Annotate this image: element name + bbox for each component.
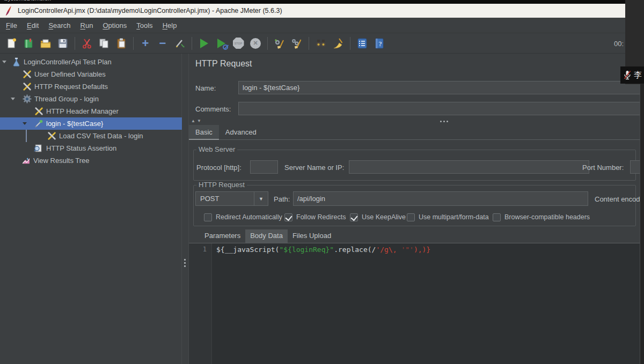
close-tab-icon[interactable]: ✕ bbox=[100, 0, 104, 1]
listener-icon bbox=[21, 156, 31, 165]
save-icon[interactable] bbox=[56, 36, 70, 50]
comments-input[interactable] bbox=[238, 102, 640, 115]
function-helper-icon[interactable] bbox=[355, 36, 369, 50]
splitter-grip-icon bbox=[184, 259, 186, 267]
option-use-multipart[interactable]: Use multipart/form-data bbox=[407, 212, 489, 222]
open-file-icon[interactable] bbox=[39, 36, 53, 50]
ime-language-indicator[interactable]: 李 bbox=[634, 70, 642, 80]
cut-icon[interactable] bbox=[80, 36, 94, 50]
method-value: POST bbox=[196, 192, 254, 205]
update-icon[interactable] bbox=[173, 36, 187, 50]
editor-gutter: 1 bbox=[189, 243, 212, 364]
toolbar-separator bbox=[133, 37, 134, 50]
ime-status-overlay: 李 bbox=[620, 66, 644, 84]
config-element-icon bbox=[34, 107, 43, 116]
titlebar[interactable]: LoginControllerApi.jmx (D:\data\mydemo\L… bbox=[0, 4, 640, 18]
option-checkbox[interactable] bbox=[350, 213, 358, 221]
collapse-expand-icons[interactable]: ▲▼ bbox=[191, 118, 203, 123]
menu-options[interactable]: Options bbox=[98, 19, 131, 32]
port-number-label: Port Number: bbox=[582, 164, 624, 172]
menu-run[interactable]: Run bbox=[76, 19, 98, 32]
tree-item-test-plan[interactable]: LoginControllerApi Test Plan bbox=[0, 56, 182, 68]
tree-item-user-defined-variables[interactable]: User Defined Variables bbox=[0, 68, 182, 80]
menu-help[interactable]: Help bbox=[158, 19, 182, 32]
option-checkbox[interactable] bbox=[493, 213, 501, 221]
search-icon[interactable] bbox=[314, 36, 328, 50]
toolbar-separator bbox=[309, 37, 309, 50]
path-input[interactable]: /api/login bbox=[293, 191, 588, 206]
tree-item-http-header-manager[interactable]: HTTP Header Manager bbox=[0, 105, 182, 117]
option-checkbox[interactable] bbox=[204, 213, 212, 221]
thread-group-icon bbox=[23, 94, 32, 103]
close-tab-icon[interactable]: ✕ bbox=[63, 0, 68, 1]
code-segment: ${__javaScript( bbox=[216, 246, 279, 254]
templates-icon[interactable] bbox=[21, 36, 35, 50]
chevron-down-icon[interactable] bbox=[2, 61, 6, 63]
view-tabs: Basic Advanced bbox=[189, 125, 640, 140]
chevron-down-icon[interactable] bbox=[11, 98, 15, 100]
code-segment: '"' bbox=[401, 246, 413, 254]
code-line[interactable]: ${__javaScript("${loginReq}".replace(/'/… bbox=[216, 246, 430, 254]
new-tab-icon[interactable]: + bbox=[84, 0, 88, 2]
menu-search[interactable]: Search bbox=[43, 19, 75, 32]
name-label: Name: bbox=[195, 84, 216, 92]
content-encoding-label: Content encoding: bbox=[595, 195, 640, 203]
start-icon[interactable] bbox=[197, 36, 211, 50]
method-select[interactable]: POST ▼ bbox=[195, 191, 268, 206]
copy-icon[interactable] bbox=[97, 36, 111, 50]
tree-item-login-sampler[interactable]: login - ${testCase} bbox=[0, 117, 182, 130]
testplan-tree: LoginControllerApi Test Plan User Define… bbox=[0, 54, 182, 364]
tree-item-load-csv[interactable]: Load CSV Test Data - login bbox=[0, 130, 182, 142]
option-redirect-automatically[interactable]: Redirect Automatically bbox=[204, 212, 282, 222]
tree-item-http-status-assertion[interactable]: HTTP Status Assertion bbox=[0, 142, 182, 154]
remove-element-icon[interactable]: − bbox=[156, 36, 170, 50]
menu-file[interactable]: File bbox=[1, 19, 22, 32]
http-request-panel: HTTP Request Name: login - ${testCase} C… bbox=[189, 54, 640, 364]
new-testplan-icon[interactable] bbox=[4, 36, 18, 50]
option-checkbox[interactable] bbox=[284, 213, 292, 221]
tab-files-upload[interactable]: Files Upload bbox=[288, 229, 336, 243]
toolbar-separator bbox=[75, 37, 75, 50]
start-no-pauses-icon[interactable] bbox=[214, 36, 228, 50]
menu-tools[interactable]: Tools bbox=[131, 19, 157, 32]
tree-item-thread-group[interactable]: Thread Group - login bbox=[0, 93, 182, 105]
stop-icon[interactable]: STOP bbox=[231, 36, 245, 50]
clear-all-icon[interactable] bbox=[290, 36, 304, 50]
path-label: Path: bbox=[274, 195, 290, 203]
clear-icon[interactable] bbox=[273, 36, 287, 50]
body-tabs: Parameters Body Data Files Upload bbox=[200, 229, 336, 243]
chevron-down-icon[interactable] bbox=[23, 122, 27, 125]
tab-basic[interactable]: Basic bbox=[189, 125, 219, 139]
toolbar-separator bbox=[192, 37, 192, 50]
code-segment: "${loginReq}" bbox=[279, 246, 334, 254]
port-number-input[interactable] bbox=[630, 160, 640, 174]
protocol-input[interactable] bbox=[250, 160, 278, 174]
chevron-down-icon[interactable]: ▼ bbox=[254, 192, 268, 205]
shutdown-icon[interactable]: ✕ bbox=[248, 36, 262, 50]
option-use-keepalive[interactable]: Use KeepAlive bbox=[350, 212, 406, 222]
tree-item-view-results-tree[interactable]: View Results Tree bbox=[0, 154, 182, 167]
web-server-legend: Web Server bbox=[196, 145, 237, 153]
config-element-icon bbox=[23, 82, 32, 91]
tab-body-data[interactable]: Body Data bbox=[245, 229, 288, 243]
option-follow-redirects[interactable]: Follow Redirects bbox=[284, 212, 346, 222]
background-terminal-tabstrip: \system32\cmd.ex ✕ + ✕ bbox=[0, 0, 644, 4]
section-splitter[interactable]: ▲▼ bbox=[189, 118, 640, 125]
panel-splitter-handle[interactable] bbox=[182, 54, 189, 364]
body-data-editor[interactable]: 1 ${__javaScript("${loginReq}".replace(/… bbox=[189, 243, 640, 364]
menu-edit[interactable]: Edit bbox=[22, 19, 43, 32]
paste-icon[interactable] bbox=[114, 36, 128, 50]
option-checkbox[interactable] bbox=[407, 213, 415, 221]
tree-item-http-request-defaults[interactable]: HTTP Request Defaults bbox=[0, 80, 182, 93]
tab-advanced[interactable]: Advanced bbox=[219, 125, 263, 139]
option-browser-compatible-headers[interactable]: Browser-compatible headers bbox=[493, 212, 590, 222]
reset-search-icon[interactable] bbox=[331, 36, 345, 50]
tab-parameters[interactable]: Parameters bbox=[200, 229, 245, 243]
name-input[interactable]: login - ${testCase} bbox=[238, 81, 640, 94]
server-name-input[interactable] bbox=[349, 160, 589, 174]
line-number: 1 bbox=[203, 246, 207, 253]
add-element-icon[interactable]: + bbox=[138, 36, 152, 50]
jmeter-feather-icon bbox=[4, 5, 12, 16]
help-icon[interactable]: ? bbox=[372, 36, 386, 50]
comments-label: Comments: bbox=[195, 105, 231, 113]
